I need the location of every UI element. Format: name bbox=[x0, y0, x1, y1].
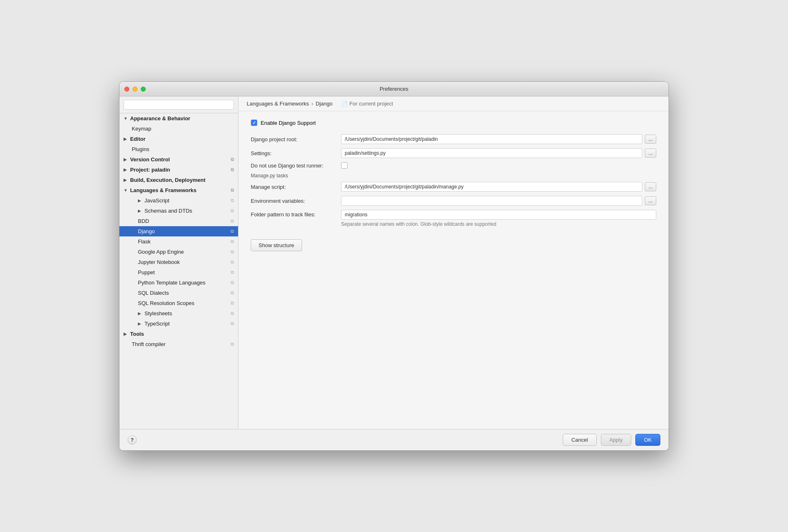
preferences-window: Preferences 🔍 ▼ Appearance & Behavior Ke… bbox=[119, 81, 669, 451]
no-test-runner-label: Do not use Django test runner: bbox=[251, 163, 341, 169]
folder-pattern-hint: Separate several names with colon. Glob-… bbox=[341, 221, 656, 227]
expand-icon: ▶ bbox=[138, 321, 143, 326]
traffic-lights bbox=[124, 87, 146, 92]
project-root-browse-button[interactable]: ... bbox=[645, 135, 656, 144]
expand-icon: ▼ bbox=[124, 188, 128, 193]
sidebar-item-django[interactable]: Django ⧉ bbox=[119, 226, 238, 236]
sidebar-item-label: Python Template Languages bbox=[138, 280, 206, 286]
show-structure-button[interactable]: Show structure bbox=[251, 239, 302, 251]
sidebar-item-label: Tools bbox=[130, 331, 144, 337]
expand-icon: ▶ bbox=[124, 332, 128, 336]
sidebar-item-keymap[interactable]: Keymap bbox=[119, 124, 238, 134]
sidebar-item-sql-dialects[interactable]: SQL Dialects ⧉ bbox=[119, 288, 238, 298]
sidebar-item-schemas-dtds[interactable]: ▶ Schemas and DTDs ⧉ bbox=[119, 206, 238, 216]
project-root-input[interactable] bbox=[341, 134, 642, 144]
sidebar-item-label: Plugins bbox=[132, 146, 149, 152]
sidebar-item-javascript[interactable]: ▶ JavaScript ⧉ bbox=[119, 195, 238, 206]
for-project: 📄 For current project bbox=[341, 101, 393, 107]
search-input[interactable] bbox=[124, 100, 234, 110]
help-button[interactable]: ? bbox=[128, 436, 137, 445]
sidebar-item-label: Languages & Frameworks bbox=[130, 187, 197, 193]
sidebar-item-plugins[interactable]: Plugins bbox=[119, 144, 238, 154]
search-wrapper: 🔍 bbox=[124, 100, 234, 110]
breadcrumb-separator: › bbox=[312, 101, 313, 107]
sidebar-item-project-paladin[interactable]: ▶ Project: paladin ⧉ bbox=[119, 165, 238, 175]
manage-section-header: Manage.py tasks bbox=[251, 173, 656, 179]
env-vars-input[interactable] bbox=[341, 196, 642, 206]
settings-label: Settings: bbox=[251, 150, 341, 156]
copy-icon: ⧉ bbox=[231, 290, 234, 296]
sidebar-item-tools[interactable]: ▶ Tools bbox=[119, 329, 238, 339]
breadcrumb: Languages & Frameworks › Django 📄 For cu… bbox=[238, 96, 669, 111]
copy-icon: ⧉ bbox=[231, 259, 234, 265]
no-test-runner-field bbox=[341, 162, 656, 169]
sidebar-item-jupyter-notebook[interactable]: Jupyter Notebook ⧉ bbox=[119, 257, 238, 267]
folder-pattern-wrapper: Separate several names with colon. Glob-… bbox=[341, 210, 656, 227]
no-test-runner-row: Do not use Django test runner: bbox=[251, 162, 656, 169]
project-root-field: ... bbox=[341, 134, 656, 144]
env-vars-browse-button[interactable]: ... bbox=[645, 196, 656, 205]
manage-script-label: Manage script: bbox=[251, 184, 341, 190]
sidebar-item-build-execution[interactable]: ▶ Build, Execution, Deployment bbox=[119, 175, 238, 185]
expand-icon: ▶ bbox=[124, 178, 128, 182]
enable-django-checkbox[interactable]: ✓ bbox=[251, 119, 257, 126]
sidebar-item-version-control[interactable]: ▶ Version Control ⧉ bbox=[119, 154, 238, 165]
titlebar: Preferences bbox=[119, 82, 669, 96]
enable-django-label: Enable Django Support bbox=[261, 120, 316, 126]
copy-icon: ⧉ bbox=[231, 280, 234, 285]
sidebar-item-thrift-compiler[interactable]: Thrift compiler ⧉ bbox=[119, 339, 238, 349]
copy-icon: ⧉ bbox=[231, 239, 234, 244]
apply-button[interactable]: Apply bbox=[601, 434, 632, 446]
settings-browse-button[interactable]: ... bbox=[645, 149, 656, 158]
sidebar-item-label: Build, Execution, Deployment bbox=[130, 177, 205, 183]
main-layout: 🔍 ▼ Appearance & Behavior Keymap ▶ Edito… bbox=[119, 96, 669, 429]
copy-icon: ⧉ bbox=[231, 270, 234, 275]
sidebar-item-google-app-engine[interactable]: Google App Engine ⧉ bbox=[119, 247, 238, 257]
project-root-label: Django project root: bbox=[251, 136, 341, 142]
sidebar-item-label: BDD bbox=[138, 218, 149, 224]
manage-script-browse-button[interactable]: ... bbox=[645, 182, 656, 191]
expand-icon: ▶ bbox=[138, 209, 143, 213]
sidebar-item-languages-frameworks[interactable]: ▼ Languages & Frameworks ⧉ bbox=[119, 185, 238, 195]
settings-field: ... bbox=[341, 148, 656, 158]
copy-icon: ⧉ bbox=[231, 300, 234, 306]
sidebar-item-label: Project: paladin bbox=[130, 167, 170, 173]
copy-icon: ⧉ bbox=[231, 249, 234, 255]
no-test-runner-checkbox[interactable] bbox=[341, 162, 348, 169]
copy-icon: ⧉ bbox=[231, 311, 234, 316]
manage-script-input[interactable] bbox=[341, 182, 642, 192]
panel-body: ✓ Enable Django Support Django project r… bbox=[238, 111, 669, 429]
sidebar-item-flask[interactable]: Flask ⧉ bbox=[119, 236, 238, 247]
sidebar-item-typescript[interactable]: ▶ TypeScript ⧉ bbox=[119, 319, 238, 329]
sidebar-item-label: Version Control bbox=[130, 156, 170, 163]
expand-icon: ▶ bbox=[138, 311, 143, 316]
close-button[interactable] bbox=[124, 87, 129, 92]
copy-icon: ⧉ bbox=[231, 321, 234, 326]
expand-icon: ▶ bbox=[124, 167, 128, 172]
sidebar-item-stylesheets[interactable]: ▶ Stylesheets ⧉ bbox=[119, 308, 238, 319]
sidebar-item-appearance-behavior[interactable]: ▼ Appearance & Behavior bbox=[119, 113, 238, 124]
sidebar-item-label: Keymap bbox=[132, 126, 151, 132]
sidebar-item-puppet[interactable]: Puppet ⧉ bbox=[119, 267, 238, 277]
sidebar-item-label: JavaScript bbox=[144, 197, 170, 204]
sidebar-item-editor[interactable]: ▶ Editor bbox=[119, 134, 238, 144]
copy-icon: ⧉ bbox=[231, 157, 234, 162]
sidebar: 🔍 ▼ Appearance & Behavior Keymap ▶ Edito… bbox=[119, 96, 238, 429]
copy-icon: ⧉ bbox=[231, 229, 234, 234]
maximize-button[interactable] bbox=[141, 87, 146, 92]
expand-icon: ▶ bbox=[124, 137, 128, 141]
sidebar-item-label: Flask bbox=[138, 238, 151, 245]
expand-icon: ▶ bbox=[124, 157, 128, 162]
minimize-button[interactable] bbox=[133, 87, 137, 92]
sidebar-item-sql-resolution-scopes[interactable]: SQL Resolution Scopes ⧉ bbox=[119, 298, 238, 308]
sidebar-item-label: SQL Resolution Scopes bbox=[138, 300, 195, 306]
cancel-button[interactable]: Cancel bbox=[563, 434, 596, 446]
ok-button[interactable]: OK bbox=[635, 434, 660, 446]
sidebar-item-bdd[interactable]: BDD ⧉ bbox=[119, 216, 238, 226]
folder-pattern-input[interactable] bbox=[341, 210, 656, 220]
sidebar-item-label: Editor bbox=[130, 136, 146, 142]
env-vars-label: Environment variables: bbox=[251, 198, 341, 204]
for-project-label: For current project bbox=[349, 101, 393, 107]
sidebar-item-python-template-languages[interactable]: Python Template Languages ⧉ bbox=[119, 277, 238, 288]
settings-input[interactable] bbox=[341, 148, 642, 158]
